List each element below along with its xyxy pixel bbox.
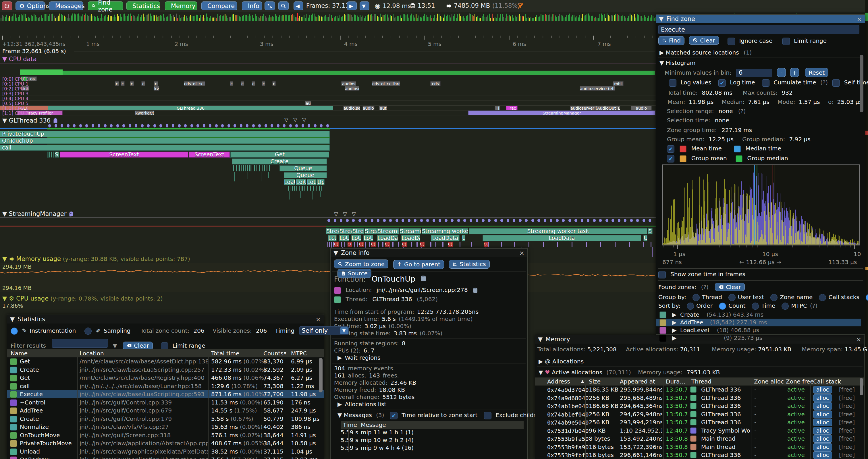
timing-dropdown[interactable]: Self only ▼ [299,326,349,335]
filter-input[interactable] [52,339,108,348]
sort-by-count[interactable] [719,302,726,310]
zone-bar[interactable]: ScreenText [60,152,188,158]
cpu-zone[interactable]: audiose [345,86,359,91]
zone-bar[interactable]: Streaming worker tas [422,228,468,234]
zone-bar[interactable]: LoadDaU [401,235,420,241]
cpu-zone[interactable]: cds_ol_rx_threa [372,81,400,86]
zone-time-histogram[interactable] [662,164,860,245]
cpu-zone[interactable]: c [241,81,244,86]
zone-bar[interactable]: PrivateTouchUp [0,131,330,137]
limit-range-checkbox[interactable]: ✔ [782,38,790,45]
cpu-zone[interactable]: kv [154,86,159,91]
cpu-zone[interactable]: au [305,101,311,105]
table-row[interactable]: 0x74ab1ef040 256 KB 294,629,948ns 13:50.… [535,410,864,418]
cumulate-time-checkbox[interactable]: ✔ [762,79,770,87]
cpu-zone[interactable]: audio. [363,106,375,110]
clear-filter-button[interactable]: Clear [123,341,153,350]
table-row[interactable]: call jni/../jni/../../../src/claw/base/L… [7,382,324,390]
cpu-zone[interactable]: Trac [506,106,518,110]
reset-button[interactable]: Reset [805,68,828,77]
cpu-zone[interactable]: c [115,81,119,86]
table-row[interactable]: OnTouchMove jni/../jni/src/guif/Screen.c… [7,431,324,439]
clear-button[interactable]: Clear [689,36,719,45]
active-allocations-toggle[interactable]: ▼ ♥ Active allocations (70,311) Memory u… [538,369,864,376]
cpu-zone[interactable]: audioserver (AudioOut_D) [570,106,620,110]
table-row[interactable]: 0x7531d7b040 96 KB 1:10 234,952,161 12:4… [535,427,864,435]
memory-plot-area[interactable]: 294.19 MB 294.16 MB [0,263,656,292]
alloc-button[interactable]: alloc [813,402,832,410]
zone-bar[interactable]: LoaU [284,179,295,185]
zone-bar[interactable]: Streaming worker task [469,228,647,234]
go-to-parent-button[interactable]: ↑Go to parent [393,260,444,269]
table-row[interactable]: PrivateTouchMove jni/../jni/src/claw/app… [7,439,324,447]
zone-bar[interactable]: LoU [351,235,361,241]
table-row[interactable]: Get /mnt/e/claw/src/claw/base/AssetDict.… [7,357,324,365]
mean-time-checkbox[interactable]: ✔ [667,145,674,153]
group-by-thread[interactable] [692,294,700,301]
cpu-zone[interactable]: c [130,81,134,86]
memory-button[interactable]: Memory [165,1,197,10]
sort-by-mtpc[interactable] [781,302,789,310]
zone-bar[interactable]: Strea [352,228,364,234]
table-row[interactable]: 0x74ab9e5040 256 KB 293,994,219ns 13:50.… [535,418,864,426]
table-row[interactable]: 0x7553b9fbf0 16 bytes 296,661,146ns 13:5… [535,451,864,459]
memory-plot-header[interactable]: ▼ Memory usage (y-range: 30.88 KB, visib… [2,256,190,262]
message-markers[interactable]: ▽ ▽ ▽ [284,117,306,123]
decrease-button[interactable]: - [777,68,786,77]
found-zone-item[interactable]: ▶ (9) 225.73 µs [656,334,861,342]
scrollbar-thumb[interactable] [319,358,322,392]
cpu-zone[interactable]: audios [341,81,356,86]
zone-bar[interactable]: OnTouchUp [0,138,330,144]
zone-bar[interactable]: Queue [279,165,327,171]
statistics-button[interactable]: Statistics [126,1,160,10]
memory-table-header[interactable]: Address ▲ Size Appeared at Dura… Thread … [535,378,864,386]
zone-bar[interactable]: LoUp [307,179,316,185]
found-zone-item[interactable]: ▶ Create (54,131) 643.34 ms [656,311,861,319]
power-button[interactable] [2,1,12,10]
zone-bar[interactable]: S| [55,152,59,158]
cpu-zone[interactable]: audio [631,106,652,110]
cpu-data-header[interactable]: ▼ CPU data [2,56,37,63]
find-zone-titlebar[interactable]: ▼Find zone× [656,14,865,23]
min-bin-input[interactable]: 6 [736,69,772,77]
cpu-zone[interactable]: audio.service (effect) [580,86,615,91]
zone-bar[interactable]: Get [230,152,329,158]
close-icon[interactable]: × [857,15,862,23]
group-by-call-stacks[interactable] [819,294,826,301]
zone-bar[interactable]: LoadDaU [377,235,398,241]
time-relative-checkbox[interactable]: ✔ [390,412,398,419]
table-row[interactable]: Get /mnt/e/claw/src/claw/base/Registry.h… [7,374,324,382]
cpu-zone[interactable]: StreamingManager [468,110,655,115]
table-row[interactable]: ~Control jni/../jni/src/guif/Control.cpp… [7,398,324,406]
allocations-list-toggle[interactable]: ▶Allocations list [338,401,389,407]
alloc-button[interactable]: alloc [813,451,832,459]
clipboard-icon[interactable] [421,275,426,282]
cpu-zone[interactable]: cds_ol_rx_thr [184,81,205,86]
find-zone-button[interactable]: Find zone [88,1,123,10]
close-icon[interactable]: × [519,250,525,257]
tools-button[interactable] [265,1,275,10]
ignore-case-checkbox[interactable]: ✔ [727,38,735,45]
histogram-toggle[interactable]: ▼ Histogram [659,59,865,66]
zone-bar[interactable]: LcU [328,235,337,241]
table-row[interactable]: Create jni/../jni/src/guif/Control.cpp:1… [7,415,324,423]
table-row[interactable]: 0x7553b9fa90 16 bytes 153,722,396ns 13:5… [535,443,864,451]
table-row[interactable]: OnRedraw jni/../jni/src/claw/application… [7,456,324,459]
frame-dropdown-button[interactable]: ▼ [360,1,369,10]
zone-bar[interactable] [49,152,50,158]
log-time-checkbox[interactable]: ✔ [718,79,726,87]
alloc-button[interactable]: alloc [813,394,832,402]
group-mean-checkbox[interactable]: ✔ [667,155,674,162]
zone-bar[interactable]: U [643,235,647,241]
cpu-zone[interactable]: Ti [495,106,500,110]
zone-bar[interactable]: LoU [339,235,349,241]
cpu-zone[interactable]: c [252,81,255,86]
scrollbar-thumb[interactable] [860,55,863,112]
alloc-button[interactable]: alloc [813,411,832,418]
alloc-button[interactable]: alloc [813,419,832,426]
zone-bar[interactable]: ScreenText [189,152,230,158]
exclude-children-checkbox[interactable]: ✔ [484,412,491,419]
cpu-zone[interactable]: cds [430,81,441,86]
instrumentation-radio[interactable] [11,328,18,335]
cpu-zone[interactable]: os [28,76,37,81]
